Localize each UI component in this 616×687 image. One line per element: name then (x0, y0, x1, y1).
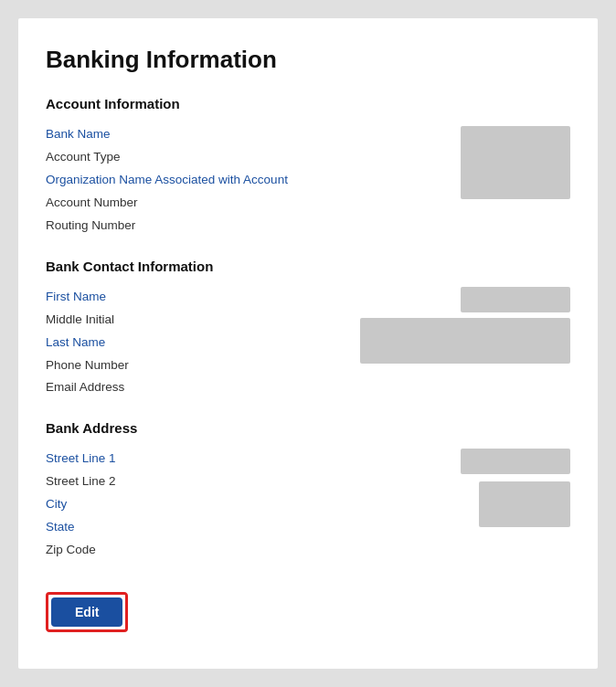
address-placeholders (461, 449, 570, 527)
contact-placeholders (360, 287, 570, 364)
banking-information-card: Banking Information Account Information … (18, 18, 598, 669)
bank-contact-fields-list: First Name Middle Initial Last Name Phon… (46, 287, 129, 399)
account-info-placeholder (461, 126, 570, 199)
bank-address-title: Bank Address (46, 420, 570, 436)
edit-button-wrapper: Edit (46, 592, 128, 632)
phone-number-label: Phone Number (46, 355, 129, 376)
last-name-label: Last Name (46, 333, 129, 354)
bank-address-fields-list: Street Line 1 Street Line 2 City State Z… (46, 449, 116, 561)
edit-button[interactable]: Edit (51, 597, 122, 627)
street-line2-label: Street Line 2 (46, 471, 116, 492)
address-placeholder-bottom (479, 481, 570, 527)
zip-code-label: Zip Code (46, 540, 116, 561)
contact-placeholder-top (461, 287, 570, 312)
state-label: State (46, 517, 116, 538)
email-address-label: Email Address (46, 377, 129, 398)
account-info-fields-block: Bank Name Account Type Organization Name… (46, 124, 570, 237)
middle-initial-label: Middle Initial (46, 310, 129, 331)
account-info-fields-list: Bank Name Account Type Organization Name… (46, 124, 288, 237)
contact-placeholder-bottom (360, 318, 570, 364)
first-name-label: First Name (46, 287, 129, 308)
address-placeholder-top (461, 449, 570, 474)
bank-contact-fields-block: First Name Middle Initial Last Name Phon… (46, 287, 570, 399)
city-label: City (46, 494, 116, 515)
account-information-section: Account Information Bank Name Account Ty… (46, 96, 570, 237)
account-info-title: Account Information (46, 96, 570, 111)
bank-contact-section: Bank Contact Information First Name Midd… (46, 259, 570, 399)
routing-number-label: Routing Number (46, 216, 288, 237)
street-line1-label: Street Line 1 (46, 449, 116, 470)
account-type-label: Account Type (46, 147, 288, 168)
bank-name-label: Bank Name (46, 124, 288, 145)
org-name-label: Organization Name Associated with Accoun… (46, 170, 288, 191)
page-title: Banking Information (46, 46, 570, 74)
bank-address-section: Bank Address Street Line 1 Street Line 2… (46, 420, 570, 561)
bank-address-fields-block: Street Line 1 Street Line 2 City State Z… (46, 449, 570, 561)
account-number-label: Account Number (46, 193, 288, 214)
bank-contact-title: Bank Contact Information (46, 259, 570, 274)
